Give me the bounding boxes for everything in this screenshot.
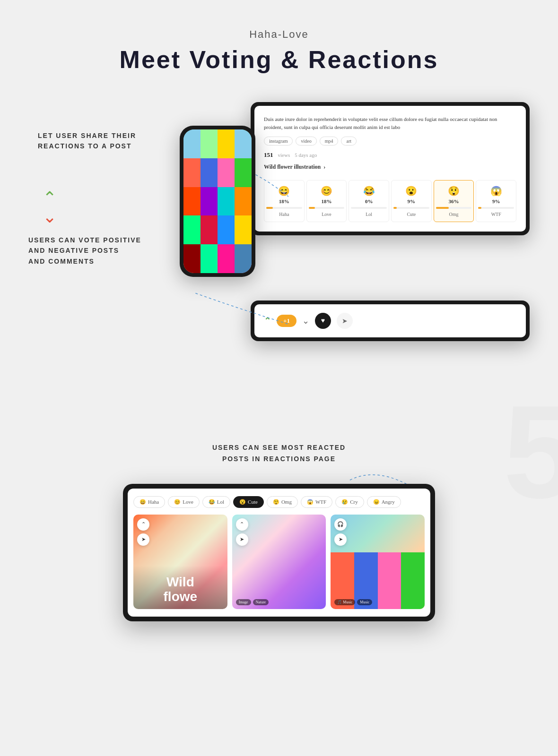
lol-tab-label: Lol [217,499,224,505]
love-pct: 18% [309,198,345,204]
views-label: views [278,152,290,158]
haha-tab-label: Haha [148,499,159,505]
card3-controls: 🎧 ➤ [334,518,347,546]
wtf-bar [478,207,481,209]
heart-button[interactable]: ♥ [315,313,331,329]
angry-tab-emoji: 😠 [373,499,380,505]
cards-grid: ⌃ ➤ Wildflowe ⌃ ➤ Image Nature [133,515,425,609]
header-subtitle: Haha-Love [9,28,549,41]
reaction-haha[interactable]: 😄 18% Haha [264,180,305,222]
tab-haha[interactable]: 😄 Haha [133,496,165,508]
views-row: 151 views 5 days ago [264,151,516,159]
tab-wtf[interactable]: 😱 WTF [301,496,332,508]
views-count: 151 [264,151,273,159]
card2-controls: ⌃ ➤ [236,518,248,546]
card1-text: Wildflowe [138,575,223,604]
love-tab-label: Love [183,499,193,505]
omg-tab-emoji: 😲 [273,499,279,505]
card2-label-nature: Nature [253,599,269,605]
tablet-top: Duis aute irure dolor in reprehenderit i… [251,102,530,235]
tag-video: video [296,137,316,146]
downvote-icon: ⌄ [43,208,57,225]
omg-pct: 36% [436,198,472,204]
filter-tabs: 😄 Haha 😊 Love 😂 Lol 😮 Cute 😲 Omg [133,496,425,508]
omg-tab-label: Omg [281,499,292,505]
haha-emoji: 😄 [266,185,302,197]
downvote-button[interactable]: ⌄ [302,316,309,326]
cute-pct: 9% [393,198,429,204]
annotation-reactions: LET USER SHARE THEIRREACTIONS TO A POST [38,130,194,152]
tablet-bottom: ⌃ +1 ⌄ ♥ ➤ [251,301,530,341]
angry-tab-label: Angry [382,499,395,505]
card3-music-labels: 🎵 Music Music [334,599,372,605]
reaction-cute[interactable]: 😮 9% Cute [391,180,432,222]
card-wildflower[interactable]: ⌃ ➤ Wildflowe [133,515,227,609]
annotation-voting: USERS CAN VOTE POSITIVEAND NEGATIVE POST… [28,235,194,266]
lol-pct: 0% [351,198,387,204]
omg-bar [436,207,449,209]
reaction-love[interactable]: 😊 18% Love [306,180,347,222]
haha-pct: 18% [266,198,302,204]
cute-emoji: 😮 [393,185,429,197]
lol-bar-bg [351,207,387,209]
collection-link[interactable]: Wild flower illustration › [264,163,516,171]
tablet-bottom-screen: ⌃ +1 ⌄ ♥ ➤ [254,304,526,337]
tab-lol[interactable]: 😂 Lol [202,496,230,508]
card2-share[interactable]: ➤ [236,533,248,546]
love-bar-bg [309,207,345,209]
card2-label-image: Image [236,599,251,605]
collection-link-text: Wild flower illustration [264,163,321,171]
card1-upvote[interactable]: ⌃ [137,518,149,531]
card1-share[interactable]: ➤ [137,533,149,546]
tab-cute[interactable]: 😮 Cute [233,496,264,508]
annotation-reactions-page: USERS CAN SEE MOST REACTEDPOSTS IN REACT… [212,442,346,465]
vote-count[interactable]: +1 [277,315,296,327]
haha-tab-emoji: 😄 [140,499,146,505]
card3-share[interactable]: ➤ [334,533,347,546]
tab-angry[interactable]: 😠 Angry [367,496,401,508]
card3-music-icon: 🎵 Music [334,599,355,605]
upvote-button[interactable]: ⌃ [264,316,271,326]
cute-label: Cute [393,212,429,217]
tab-cry[interactable]: 😢 Cry [335,496,364,508]
tab-omg[interactable]: 😲 Omg [267,496,298,508]
card2-upvote[interactable]: ⌃ [236,518,248,531]
haha-bar-bg [266,207,302,209]
omg-label: Omg [436,212,472,217]
vote-row: ⌃ +1 ⌄ ♥ ➤ [264,313,516,329]
page-header: Haha-Love Meet Voting & Reactions [0,0,558,93]
haha-bar [266,207,273,209]
wtf-pct: 9% [478,198,514,204]
post-date: 5 days ago [295,152,317,158]
left-annotations: LET USER SHARE THEIRREACTIONS TO A POST … [28,102,194,266]
card-music[interactable]: 🎧 ➤ 🎵 Music Music [331,515,425,609]
love-label: Love [309,212,345,217]
post-tags: instagram video mp4 art [264,137,516,146]
share-button[interactable]: ➤ [337,313,353,329]
tag-art: art [341,137,357,146]
wtf-tab-emoji: 😱 [307,499,314,505]
wtf-tab-label: WTF [315,499,326,505]
card2-labels: Image Nature [236,599,269,605]
cry-tab-emoji: 😢 [341,499,348,505]
love-bar [309,207,315,209]
cute-bar [393,207,397,209]
card-image[interactable]: ⌃ ➤ Image Nature [232,515,326,609]
reaction-omg[interactable]: 😲 36% Omg [434,180,474,222]
vote-icons: ⌃ ⌄ [43,189,194,225]
card3-headphone[interactable]: 🎧 [334,518,347,531]
wtf-bar-bg [478,207,514,209]
tag-mp4: mp4 [320,137,339,146]
section2: 5 USERS CAN SEE MOST REACTEDPOSTS IN REA… [0,414,558,621]
cute-bar-bg [393,207,429,209]
reaction-wtf[interactable]: 😱 9% WTF [476,180,516,222]
love-emoji: 😊 [309,185,345,197]
cute-tab-label: Cute [248,499,258,505]
haha-label: Haha [266,212,302,217]
tablet-top-screen: Duis aute irure dolor in reprehenderit i… [254,106,526,232]
devices-area: Duis aute irure dolor in reprehenderit i… [194,102,530,376]
chevron-right-icon: › [323,163,325,171]
reaction-lol[interactable]: 😂 0% Lol [349,180,389,222]
tag-instagram: instagram [264,137,293,146]
tab-love[interactable]: 😊 Love [168,496,200,508]
